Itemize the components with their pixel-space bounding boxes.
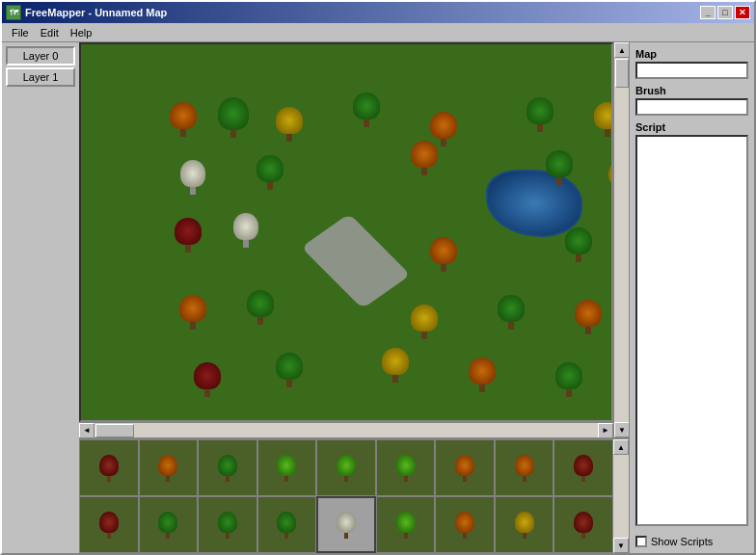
brush-section: Brush <box>635 85 748 116</box>
palette-cell-9[interactable] <box>79 496 139 553</box>
vertical-scrollbar: ▲ ▼ <box>613 42 629 437</box>
mini-tree-4 <box>335 455 358 482</box>
scroll-right-button[interactable]: ► <box>598 423 613 438</box>
h-scroll-track[interactable] <box>94 423 598 438</box>
menu-file[interactable]: File <box>6 25 35 40</box>
tree-6 <box>525 97 555 132</box>
app-icon: 🗺 <box>6 5 21 20</box>
palette-cell-12[interactable] <box>257 496 317 553</box>
brush-input[interactable] <box>635 98 748 116</box>
close-button[interactable]: ✕ <box>735 6 750 19</box>
palette-cell-13[interactable] <box>316 496 376 553</box>
v-scroll-track[interactable] <box>614 58 629 422</box>
palette-cell-14[interactable] <box>376 496 436 553</box>
palette-cell-10[interactable] <box>139 496 199 553</box>
palette-cell-15[interactable] <box>435 496 495 553</box>
stone-area <box>301 214 411 309</box>
map-input[interactable] <box>635 62 748 79</box>
show-scripts-label: Show Scripts <box>651 536 713 547</box>
map-section: Map <box>635 48 748 79</box>
tree-12 <box>607 160 611 195</box>
tree-4 <box>351 92 382 127</box>
layer-1-button[interactable]: Layer 1 <box>6 67 75 87</box>
mini-tree-10 <box>156 512 179 539</box>
map-canvas <box>81 44 611 420</box>
palette-cell-17[interactable] <box>554 496 613 553</box>
palette-cell-2[interactable] <box>198 439 257 496</box>
maximize-button[interactable]: □ <box>717 6 733 19</box>
map-label: Map <box>635 48 748 60</box>
titlebar: 🗺 FreeMapper - Unnamed Map _ □ ✕ <box>2 2 754 23</box>
scroll-left-button[interactable]: ◄ <box>79 423 94 438</box>
tree-25 <box>467 357 498 392</box>
tree-7 <box>592 102 611 137</box>
map-viewport[interactable] <box>79 42 613 422</box>
palette-cell-1[interactable] <box>139 439 199 496</box>
palette-grid <box>79 439 613 553</box>
mini-tree-15 <box>453 512 476 539</box>
palette-cell-3[interactable] <box>257 439 317 496</box>
mini-tree-17 <box>572 512 595 539</box>
mini-tree-0 <box>97 455 121 482</box>
palette-cell-4[interactable] <box>316 439 376 496</box>
tree-21 <box>573 300 604 334</box>
mini-tree-13 <box>335 512 358 539</box>
tree-9 <box>255 155 285 190</box>
scroll-up-button[interactable]: ▲ <box>614 42 629 58</box>
tree-14 <box>230 213 261 248</box>
menu-edit[interactable]: Edit <box>35 25 65 40</box>
map-with-scroll: ◄ ► ▲ ▼ <box>79 42 629 437</box>
mini-tree-9 <box>97 512 121 539</box>
main-content: Layer 0 Layer 1 <box>2 42 754 553</box>
menu-help[interactable]: Help <box>65 25 98 40</box>
script-label: Script <box>635 121 748 133</box>
tree-20 <box>496 295 526 330</box>
mini-tree-7 <box>513 455 536 482</box>
titlebar-left: 🗺 FreeMapper - Unnamed Map <box>6 5 167 20</box>
mini-tree-8 <box>572 455 595 482</box>
tree-15 <box>428 237 459 272</box>
h-scroll-thumb[interactable] <box>95 424 134 437</box>
script-area[interactable] <box>635 135 748 526</box>
mini-tree-14 <box>394 512 418 539</box>
mini-tree-5 <box>394 455 418 482</box>
map-column: ◄ ► <box>79 42 613 437</box>
mini-tree-16 <box>513 512 536 539</box>
mini-tree-3 <box>275 455 298 482</box>
palette-cell-8[interactable] <box>554 439 613 496</box>
tree-8 <box>177 160 208 195</box>
mini-tree-6 <box>453 455 476 482</box>
tree-23 <box>274 353 305 387</box>
tree-22 <box>192 362 223 397</box>
tree-18 <box>245 290 276 325</box>
right-panel: Map Brush Script Show Scripts <box>629 42 754 553</box>
palette-scroll-track[interactable] <box>613 455 629 538</box>
tree-16 <box>563 227 594 262</box>
palette-cell-5[interactable] <box>376 439 436 496</box>
palette-cell-7[interactable] <box>495 439 554 496</box>
palette-cell-6[interactable] <box>435 439 495 496</box>
palette-scroll-up[interactable]: ▲ <box>613 439 629 455</box>
v-scroll-thumb[interactable] <box>615 59 629 88</box>
palette-scroll-down[interactable]: ▼ <box>613 538 629 553</box>
palette-vscroll: ▲ ▼ <box>613 439 629 553</box>
show-scripts-row: Show Scripts <box>635 536 748 547</box>
tree-3 <box>274 107 305 142</box>
tree-19 <box>409 304 440 339</box>
tree-11 <box>544 150 575 185</box>
minimize-button[interactable]: _ <box>700 6 716 19</box>
scroll-down-button[interactable]: ▼ <box>614 422 629 437</box>
palette-cell-16[interactable] <box>495 496 554 553</box>
menubar: File Edit Help <box>2 23 754 42</box>
mini-tree-2 <box>216 455 239 482</box>
show-scripts-checkbox[interactable] <box>635 536 647 547</box>
palette-cell-11[interactable] <box>198 496 257 553</box>
titlebar-buttons: _ □ ✕ <box>700 6 750 19</box>
window-title: FreeMapper - Unnamed Map <box>25 7 167 18</box>
tree-1 <box>168 102 199 137</box>
horizontal-scrollbar: ◄ ► <box>79 422 613 437</box>
tree-10 <box>409 141 440 175</box>
mini-tree-11 <box>216 512 239 539</box>
layer-0-button[interactable]: Layer 0 <box>6 46 75 66</box>
palette-cell-0[interactable] <box>79 439 139 496</box>
